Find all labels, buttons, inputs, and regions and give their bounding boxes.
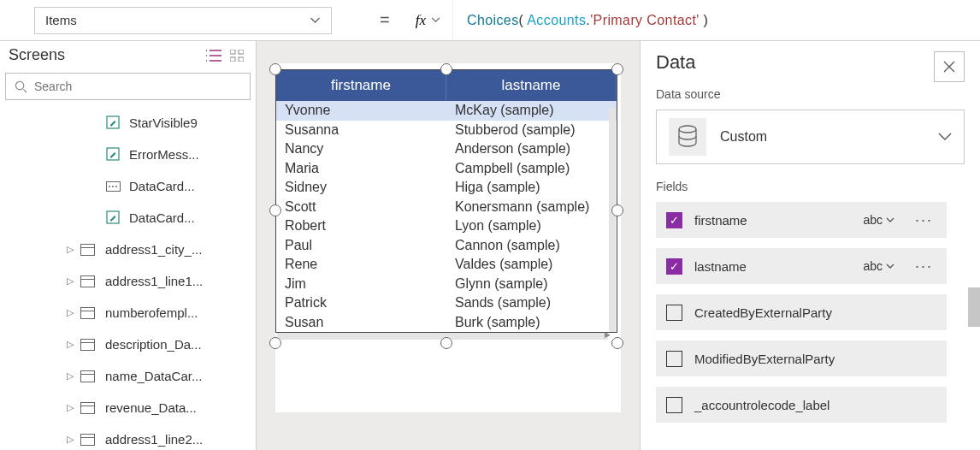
tree-item-label: address1_line1... <box>105 274 203 288</box>
panel-scrollbar[interactable] <box>968 287 980 327</box>
close-icon <box>943 61 955 73</box>
tree-item[interactable]: ▷address1_line1... <box>0 265 256 297</box>
svg-rect-2 <box>230 57 235 62</box>
list-view-icon[interactable] <box>206 50 221 62</box>
expand-icon[interactable]: ▷ <box>67 339 75 350</box>
cell-lastname: Sands (sample) <box>446 295 617 311</box>
resize-handle[interactable] <box>611 63 623 75</box>
checkbox-unchecked[interactable] <box>666 397 682 413</box>
table-row[interactable]: PatrickSands (sample) <box>276 293 617 313</box>
card-icon <box>80 402 95 414</box>
expand-icon[interactable]: ▷ <box>67 307 75 318</box>
expand-icon[interactable]: ▷ <box>67 275 75 287</box>
search-input[interactable] <box>34 80 241 93</box>
cell-firstname: Scott <box>276 199 446 215</box>
tree-item[interactable]: ▷revenue_Data... <box>0 392 256 423</box>
control-icon <box>106 115 121 130</box>
tree-item-label: DataCard... <box>129 179 195 193</box>
cell-lastname: Stubberod (sample) <box>446 122 617 138</box>
cell-firstname: Paul <box>276 238 446 253</box>
tree-item[interactable]: ▷description_Da... <box>0 329 256 360</box>
resize-handle[interactable] <box>269 204 281 216</box>
svg-rect-13 <box>81 275 95 287</box>
tree-item-label: address1_line2... <box>105 432 203 447</box>
screen-stage: firstnamelastname YvonneMcKay (sample)Su… <box>275 63 621 412</box>
fx-icon: fx <box>416 12 426 29</box>
table-row[interactable]: MariaCampbell (sample) <box>276 159 617 179</box>
checkbox-checked[interactable]: ✓ <box>666 212 682 228</box>
table-row[interactable]: ReneValdes (sample) <box>276 255 617 275</box>
tree-item[interactable]: ▷address1_city_... <box>0 234 256 265</box>
data-source-label: Data source <box>656 87 965 101</box>
panel-title: Data <box>656 51 695 74</box>
field-type-selector[interactable]: abc <box>858 259 900 273</box>
data-source-name: Custom <box>720 129 924 145</box>
card-icon <box>80 434 95 446</box>
property-selector[interactable]: Items <box>34 7 332 34</box>
tree-item[interactable]: DataCard... <box>0 202 256 234</box>
expand-icon[interactable]: ▷ <box>67 402 75 413</box>
cell-firstname: Susanna <box>276 122 446 138</box>
tree-item-label: revenue_Data... <box>105 400 197 415</box>
resize-handle[interactable] <box>440 63 452 75</box>
table-row[interactable]: RobertLyon (sample) <box>276 216 617 236</box>
table-row[interactable]: JimGlynn (sample) <box>276 275 617 294</box>
table-row[interactable]: ScottKonersmann (sample) <box>276 198 617 217</box>
column-header[interactable]: lastname <box>446 70 617 101</box>
tree-item[interactable]: StarVisible9 <box>0 107 256 139</box>
tree-item[interactable]: ▷address1_line2... <box>0 423 256 450</box>
field-type-selector[interactable]: abc <box>858 213 900 227</box>
vertical-scrollbar[interactable] <box>609 108 616 332</box>
checkbox-checked[interactable]: ✓ <box>666 258 682 275</box>
data-table[interactable]: firstnamelastname YvonneMcKay (sample)Su… <box>275 69 617 333</box>
svg-rect-3 <box>239 57 244 62</box>
search-box[interactable] <box>5 73 251 100</box>
screens-panel: Screens StarVisible9ErrorMess...DataCard… <box>0 41 257 450</box>
database-icon <box>669 118 706 156</box>
table-row[interactable]: YvonneMcKay (sample) <box>276 101 617 121</box>
expand-icon[interactable]: ▷ <box>67 244 75 255</box>
field-row[interactable]: CreatedByExternalParty <box>656 294 947 330</box>
table-row[interactable]: SusanBurk (sample) <box>276 313 617 333</box>
tree-item-label: description_Da... <box>105 337 202 352</box>
field-row[interactable]: ✓lastnameabc··· <box>656 248 947 284</box>
grid-view-icon[interactable] <box>230 50 244 62</box>
svg-rect-14 <box>81 307 95 318</box>
fx-button[interactable]: fx <box>404 0 453 40</box>
cell-firstname: Jim <box>276 276 446 292</box>
tree-item-label: DataCard... <box>129 210 195 225</box>
checkbox-unchecked[interactable] <box>666 305 682 321</box>
table-row[interactable]: SusannaStubberod (sample) <box>276 121 617 140</box>
close-button[interactable] <box>934 51 965 82</box>
cell-lastname: McKay (sample) <box>446 103 617 118</box>
resize-handle[interactable] <box>269 337 281 349</box>
checkbox-unchecked[interactable] <box>666 351 682 367</box>
tree-item[interactable]: ▷numberofempl... <box>0 297 256 329</box>
table-row[interactable]: PaulCannon (sample) <box>276 236 617 256</box>
chevron-down-icon <box>431 17 440 23</box>
cell-firstname: Maria <box>276 161 446 176</box>
tree-item[interactable]: ▷name_DataCar... <box>0 360 256 392</box>
more-button[interactable]: ··· <box>912 211 936 229</box>
expand-icon[interactable]: ▷ <box>67 370 75 382</box>
formula-input[interactable]: Choices( Accounts.'Primary Contact' ) <box>453 12 980 28</box>
resize-handle[interactable] <box>611 204 623 216</box>
tree-item[interactable]: ErrorMess... <box>0 139 256 170</box>
expand-icon[interactable]: ▷ <box>67 434 75 445</box>
more-button[interactable]: ··· <box>912 258 936 275</box>
canvas[interactable]: firstnamelastname YvonneMcKay (sample)Su… <box>257 41 640 450</box>
table-row[interactable]: SidneyHiga (sample) <box>276 178 617 198</box>
data-source-selector[interactable]: Custom <box>656 110 965 164</box>
field-row[interactable]: ✓firstnameabc··· <box>656 202 947 238</box>
field-name: lastname <box>694 259 846 274</box>
table-row[interactable]: NancyAnderson (sample) <box>276 139 617 159</box>
column-header[interactable]: firstname <box>276 70 446 101</box>
field-row[interactable]: ModifiedByExternalParty <box>656 340 947 376</box>
resize-handle[interactable] <box>269 63 281 75</box>
tree-item[interactable]: DataCard... <box>0 170 256 202</box>
svg-point-10 <box>115 186 117 187</box>
resize-handle[interactable] <box>440 337 452 349</box>
tree-item-label: ErrorMess... <box>129 147 199 162</box>
resize-handle[interactable] <box>611 337 623 349</box>
field-row[interactable]: _accountrolecode_label <box>656 387 947 423</box>
